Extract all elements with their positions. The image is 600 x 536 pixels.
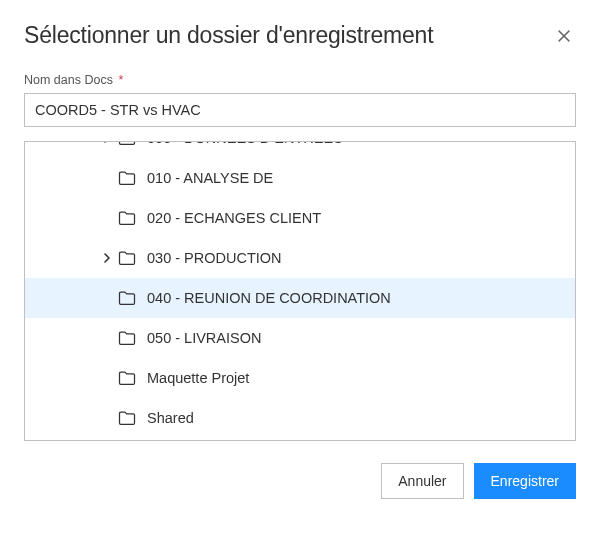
folder-icon (117, 168, 137, 188)
required-indicator: * (118, 73, 123, 87)
save-folder-dialog: Sélectionner un dossier d'enregistrement… (0, 0, 600, 536)
folder-row[interactable]: Shared (25, 398, 575, 438)
save-button[interactable]: Enregistrer (474, 463, 576, 499)
folder-label: 050 - LIVRAISON (147, 330, 261, 346)
chevron-right-icon[interactable] (97, 142, 117, 144)
folder-label: 020 - ECHANGES CLIENT (147, 210, 321, 226)
close-icon (556, 28, 572, 44)
dialog-header: Sélectionner un dossier d'enregistrement (24, 22, 576, 49)
folder-row[interactable]: 010 - ANALYSE DE (25, 158, 575, 198)
folder-row[interactable]: Maquette Projet (25, 358, 575, 398)
folder-icon (117, 208, 137, 228)
cancel-button[interactable]: Annuler (381, 463, 463, 499)
dialog-title: Sélectionner un dossier d'enregistrement (24, 22, 433, 49)
folder-label: 040 - REUNION DE COORDINATION (147, 290, 391, 306)
name-field-label: Nom dans Docs * (24, 73, 576, 87)
folder-row[interactable]: 050 - LIVRAISON (25, 318, 575, 358)
folder-tree-scroll[interactable]: 000 - DONNEES D ENTREES010 - ANALYSE DE0… (25, 142, 575, 440)
dialog-footer: Annuler Enregistrer (24, 463, 576, 499)
folder-label: Shared (147, 410, 194, 426)
folder-label: 010 - ANALYSE DE (147, 170, 273, 186)
name-input[interactable] (24, 93, 576, 127)
folder-icon (117, 368, 137, 388)
folder-icon (117, 248, 137, 268)
folder-icon (117, 142, 137, 148)
folder-icon (117, 288, 137, 308)
folder-label: 030 - PRODUCTION (147, 250, 282, 266)
folder-label: Maquette Projet (147, 370, 249, 386)
name-field: Nom dans Docs * (24, 73, 576, 141)
chevron-right-icon[interactable] (97, 252, 117, 264)
folder-label: 000 - DONNEES D ENTREES (147, 142, 343, 146)
close-button[interactable] (552, 24, 576, 48)
folder-row[interactable]: 000 - DONNEES D ENTREES (25, 142, 575, 158)
name-label-text: Nom dans Docs (24, 73, 113, 87)
folder-row[interactable]: 020 - ECHANGES CLIENT (25, 198, 575, 238)
folder-tree: 000 - DONNEES D ENTREES010 - ANALYSE DE0… (24, 141, 576, 441)
folder-row[interactable]: 040 - REUNION DE COORDINATION (25, 278, 575, 318)
folder-icon (117, 328, 137, 348)
folder-icon (117, 408, 137, 428)
folder-row[interactable]: 030 - PRODUCTION (25, 238, 575, 278)
